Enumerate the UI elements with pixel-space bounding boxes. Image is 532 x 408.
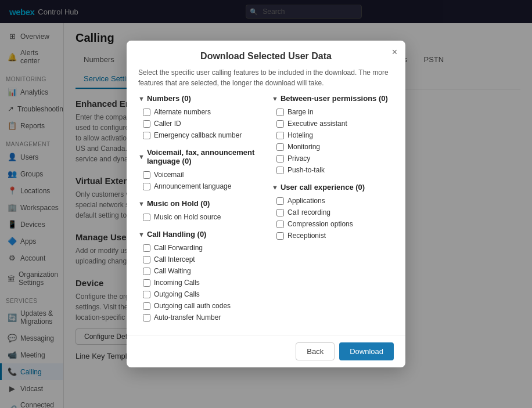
checkbox-push-to-talk-input[interactable]: [276, 167, 284, 174]
group-call-handling: ▼ Call Handling (0) Call Forwarding Call…: [138, 230, 260, 323]
checkbox-label: Receptionist: [287, 232, 326, 240]
modal-left-col: ▼ Numbers (0) Alternate numbers Caller I…: [138, 94, 260, 330]
checkbox-executive-assistant-input[interactable]: [276, 120, 284, 128]
group-voicemail-label: Voicemail, fax, announcement language (0…: [147, 148, 260, 165]
checkbox-barge-in[interactable]: Barge in: [272, 106, 394, 118]
modal-dialog: Download Selected User Data × Select the…: [127, 41, 405, 367]
checkbox-voicemail-input[interactable]: [143, 171, 150, 179]
checkbox-emergency-callback-input[interactable]: [143, 132, 150, 139]
checkbox-caller-id[interactable]: Caller ID: [138, 118, 260, 129]
checkbox-label: Call Intercept: [154, 255, 195, 263]
checkbox-hoteling[interactable]: Hoteling: [272, 129, 394, 141]
checkbox-music-hold-source[interactable]: Music on Hold source: [138, 211, 260, 223]
modal-close-button[interactable]: ×: [392, 48, 397, 57]
group-between-user-label: Between-user permissions (0): [281, 94, 388, 103]
checkbox-label: Call Waiting: [154, 267, 191, 275]
group-numbers: ▼ Numbers (0) Alternate numbers Caller I…: [138, 94, 260, 141]
download-button[interactable]: Download: [339, 342, 394, 360]
checkbox-call-waiting-input[interactable]: [143, 268, 150, 275]
chevron-numbers-icon: ▼: [138, 95, 145, 102]
checkbox-compression-options[interactable]: Compression options: [272, 218, 394, 230]
checkbox-applications-input[interactable]: [276, 197, 284, 205]
checkbox-call-forwarding-input[interactable]: [143, 244, 150, 252]
checkbox-label: Barge in: [287, 108, 314, 116]
checkbox-label: Caller ID: [154, 120, 181, 128]
checkbox-auto-transfer-input[interactable]: [143, 314, 150, 322]
checkbox-receptionist-input[interactable]: [276, 232, 284, 240]
group-music-hold-header[interactable]: ▼ Music on Hold (0): [138, 199, 260, 208]
checkbox-call-recording[interactable]: Call recording: [272, 207, 394, 218]
checkbox-outgoing-calls-input[interactable]: [143, 291, 150, 298]
group-user-call-experience: ▼ User call experience (0) Applications …: [272, 183, 394, 241]
chevron-user-call-exp-icon: ▼: [272, 184, 278, 191]
checkbox-call-forwarding[interactable]: Call Forwarding: [138, 242, 260, 254]
checkbox-incoming-calls[interactable]: Incoming Calls: [138, 277, 260, 288]
checkbox-alternate-numbers[interactable]: Alternate numbers: [138, 106, 260, 118]
group-numbers-header[interactable]: ▼ Numbers (0): [138, 94, 260, 103]
checkbox-auto-transfer[interactable]: Auto-transfer Number: [138, 312, 260, 323]
group-between-user-header[interactable]: ▼ Between-user permissions (0): [272, 94, 394, 103]
checkbox-privacy[interactable]: Privacy: [272, 153, 394, 164]
checkbox-receptionist[interactable]: Receptionist: [272, 230, 394, 241]
checkbox-incoming-calls-input[interactable]: [143, 279, 150, 287]
checkbox-label: Outgoing call auth codes: [154, 302, 231, 310]
checkbox-label: Emergency callback number: [154, 131, 242, 139]
group-music-hold: ▼ Music on Hold (0) Music on Hold source: [138, 199, 260, 223]
checkbox-announcement-language-input[interactable]: [143, 183, 150, 190]
group-voicemail-header[interactable]: ▼ Voicemail, fax, announcement language …: [138, 148, 260, 165]
checkbox-voicemail[interactable]: Voicemail: [138, 169, 260, 180]
checkbox-announcement-language[interactable]: Announcement language: [138, 180, 260, 192]
group-between-user: ▼ Between-user permissions (0) Barge in …: [272, 94, 394, 176]
checkbox-label: Executive assistant: [287, 120, 347, 128]
checkbox-emergency-callback[interactable]: Emergency callback number: [138, 129, 260, 141]
checkbox-label: Incoming Calls: [154, 279, 200, 287]
group-call-handling-label: Call Handling (0): [147, 230, 207, 239]
chevron-between-user-icon: ▼: [272, 95, 278, 102]
checkbox-monitoring[interactable]: Monitoring: [272, 141, 394, 153]
group-music-hold-label: Music on Hold (0): [147, 199, 210, 208]
modal-overlay: Download Selected User Data × Select the…: [0, 0, 532, 408]
checkbox-alternate-numbers-input[interactable]: [143, 109, 150, 116]
checkbox-applications[interactable]: Applications: [272, 195, 394, 207]
checkbox-monitoring-input[interactable]: [276, 143, 284, 151]
chevron-voicemail-icon: ▼: [138, 153, 145, 160]
checkbox-label: Applications: [287, 197, 325, 205]
checkbox-label: Compression options: [287, 220, 353, 228]
group-user-call-exp-header[interactable]: ▼ User call experience (0): [272, 183, 394, 192]
checkbox-label: Hoteling: [287, 131, 313, 139]
chevron-music-hold-icon: ▼: [138, 200, 145, 207]
checkbox-barge-in-input[interactable]: [276, 109, 284, 116]
checkbox-compression-options-input[interactable]: [276, 221, 284, 228]
checkbox-push-to-talk[interactable]: Push-to-talk: [272, 164, 394, 176]
checkbox-label: Outgoing Calls: [154, 290, 200, 298]
checkbox-caller-id-input[interactable]: [143, 120, 150, 128]
checkbox-executive-assistant[interactable]: Executive assistant: [272, 118, 394, 129]
checkbox-privacy-input[interactable]: [276, 155, 284, 163]
checkbox-call-waiting[interactable]: Call Waiting: [138, 265, 260, 277]
checkbox-call-intercept-input[interactable]: [143, 256, 150, 263]
group-voicemail: ▼ Voicemail, fax, announcement language …: [138, 148, 260, 192]
group-call-handling-header[interactable]: ▼ Call Handling (0): [138, 230, 260, 239]
chevron-call-handling-icon: ▼: [138, 231, 145, 238]
checkbox-call-intercept[interactable]: Call Intercept: [138, 254, 260, 265]
checkbox-label: Alternate numbers: [154, 108, 211, 116]
checkbox-label: Announcement language: [154, 182, 231, 190]
checkbox-outgoing-auth-codes[interactable]: Outgoing call auth codes: [138, 300, 260, 312]
checkbox-label: Music on Hold source: [154, 213, 221, 221]
checkbox-label: Call recording: [287, 208, 330, 216]
back-button[interactable]: Back: [296, 342, 335, 360]
modal-header: Download Selected User Data ×: [127, 41, 405, 67]
checkbox-label: Push-to-talk: [287, 166, 325, 174]
checkbox-outgoing-calls[interactable]: Outgoing Calls: [138, 288, 260, 300]
checkbox-hoteling-input[interactable]: [276, 132, 284, 139]
modal-body: ▼ Numbers (0) Alternate numbers Caller I…: [127, 94, 405, 334]
checkbox-call-recording-input[interactable]: [276, 209, 284, 216]
modal-footer: Back Download: [127, 335, 405, 367]
modal-right-col: ▼ Between-user permissions (0) Barge in …: [272, 94, 394, 330]
checkbox-label: Privacy: [287, 154, 310, 163]
checkbox-label: Call Forwarding: [154, 244, 203, 252]
checkbox-outgoing-auth-codes-input[interactable]: [143, 302, 150, 310]
checkbox-label: Auto-transfer Number: [154, 313, 221, 322]
checkbox-label: Monitoring: [287, 143, 320, 151]
checkbox-music-hold-source-input[interactable]: [143, 214, 150, 221]
